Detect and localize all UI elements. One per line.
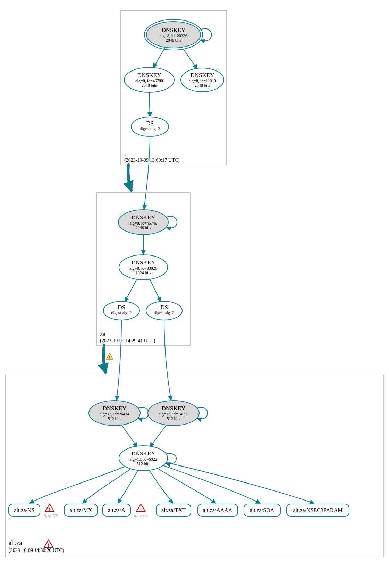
error-icon: ! <box>136 504 145 512</box>
svg-text:alg=8, id=20326: alg=8, id=20326 <box>160 33 187 38</box>
node-root-ds[interactable]: DS digest alg=2 <box>131 117 169 136</box>
svg-text:DNSKEY: DNSKEY <box>162 405 186 412</box>
edge <box>121 425 137 447</box>
svg-text:DNSKEY: DNSKEY <box>137 72 161 78</box>
svg-text:alg=13, id=14555: alg=13, id=14555 <box>159 412 188 417</box>
zone-timestamp: (2023-10-09 14:29:41 UTC) <box>100 338 155 344</box>
svg-text:alt.za/MX: alt.za/MX <box>70 507 92 513</box>
zone-timestamp: (2023-10-09 14:30:20 UTC) <box>9 548 64 553</box>
node-za-ds1[interactable]: DS digest alg=2 <box>103 301 139 320</box>
svg-text:!: ! <box>109 355 110 360</box>
svg-text:alt.za/AAAA: alt.za/AAAA <box>203 507 232 513</box>
record-mx[interactable]: alt.za/MX <box>64 504 98 516</box>
record-soa[interactable]: alt.za/SOA <box>244 504 280 516</box>
zone-name: . <box>124 150 126 157</box>
node-za-ksk[interactable]: DNSKEY alg=8, id=45749 2048 bits <box>118 210 168 235</box>
edge <box>144 136 150 209</box>
svg-text:DNSKEY: DNSKEY <box>132 450 155 457</box>
edge <box>150 425 167 447</box>
svg-text:alg=13, id=6022: alg=13, id=6022 <box>129 457 157 462</box>
node-root-zsk1[interactable]: DNSKEY alg=8, id=46780 2048 bits <box>124 67 174 92</box>
svg-text:2048 bits: 2048 bits <box>136 225 151 230</box>
svg-text:!: ! <box>49 507 50 512</box>
svg-text:alt.za/NSEC3PARAM: alt.za/NSEC3PARAM <box>293 507 343 513</box>
delegation-edge <box>103 345 105 372</box>
svg-text:!: ! <box>140 507 142 512</box>
record-nsec3param[interactable]: alt.za/NSEC3PARAM <box>287 504 349 516</box>
svg-text:2048 bits: 2048 bits <box>195 83 210 88</box>
svg-text:2048 bits: 2048 bits <box>142 83 157 88</box>
svg-text:alg=8, id=46780: alg=8, id=46780 <box>135 78 163 83</box>
svg-text:alg=8, id=45749: alg=8, id=45749 <box>129 221 157 226</box>
svg-text:DS: DS <box>118 304 125 311</box>
edge <box>149 92 150 117</box>
svg-text:alt.za/NS: alt.za/NS <box>14 507 34 513</box>
svg-text:alg=13, id=26414: alg=13, id=26414 <box>100 412 129 417</box>
error-icon: ! <box>45 504 54 512</box>
edge <box>150 279 161 302</box>
record-a-error: ! alt.za/A <box>134 504 148 518</box>
svg-text:alt.za/A: alt.za/A <box>134 513 148 518</box>
delegation-edge <box>128 165 131 190</box>
svg-text:digest alg=2: digest alg=2 <box>139 126 160 131</box>
record-ns-error: ! alt.za/NS <box>41 504 58 518</box>
svg-text:alt.za/NS: alt.za/NS <box>41 513 58 518</box>
svg-text:digest alg=2: digest alg=2 <box>154 310 174 315</box>
svg-text:512 bits: 512 bits <box>137 461 150 466</box>
record-aaaa[interactable]: alt.za/AAAA <box>198 504 238 516</box>
warning-icon: ! <box>106 353 113 360</box>
zone-box-altza <box>5 375 383 557</box>
zone-timestamp: (2023-10-09 13:09:17 UTC) <box>124 158 180 163</box>
svg-text:512 bits: 512 bits <box>167 416 180 421</box>
svg-text:DNSKEY: DNSKEY <box>132 259 155 266</box>
svg-text:2048 bits: 2048 bits <box>166 38 181 43</box>
zone-name: za <box>100 330 105 337</box>
edge <box>166 462 314 503</box>
svg-text:DNSKEY: DNSKEY <box>103 405 127 412</box>
svg-text:alg=8, id=33826: alg=8, id=33826 <box>129 266 157 271</box>
edge <box>163 465 260 503</box>
svg-text:1024 bits: 1024 bits <box>136 270 151 275</box>
svg-text:alt.za/A: alt.za/A <box>108 507 126 513</box>
record-txt[interactable]: alt.za/TXT <box>156 504 191 516</box>
record-a[interactable]: alt.za/A <box>103 504 130 516</box>
node-za-ds2[interactable]: DS digest alg=2 <box>146 301 182 320</box>
svg-text:512 bits: 512 bits <box>108 416 121 421</box>
svg-text:DS: DS <box>146 120 154 127</box>
edge <box>153 48 165 68</box>
svg-text:alt.za/SOA: alt.za/SOA <box>250 507 274 513</box>
svg-text:DS: DS <box>160 304 168 311</box>
node-altza-ksk2[interactable]: DNSKEY alg=13, id=14555 512 bits <box>148 401 199 426</box>
svg-text:DNSKEY: DNSKEY <box>132 214 155 221</box>
svg-text:!: ! <box>48 543 49 548</box>
node-root-zsk2[interactable]: DNSKEY alg=8, id=11019 2048 bits <box>181 68 224 92</box>
node-altza-zsk[interactable]: DNSKEY alg=13, id=6022 512 bits <box>119 446 168 471</box>
svg-text:alt.za/TXT: alt.za/TXT <box>161 507 186 513</box>
svg-text:DNSKEY: DNSKEY <box>191 72 214 78</box>
zone-name: alt.za <box>9 539 22 546</box>
node-root-ksk[interactable]: DNSKEY alg=8, id=20326 2048 bits <box>144 19 203 50</box>
dnssec-diagram: . (2023-10-09 13:09:17 UTC) DNSKEY alg=8… <box>0 0 389 588</box>
record-ns[interactable]: alt.za/NS <box>9 504 40 516</box>
node-za-zsk[interactable]: DNSKEY alg=8, id=33826 1024 bits <box>119 255 168 280</box>
edge <box>164 320 171 400</box>
svg-text:alg=8, id=11019: alg=8, id=11019 <box>188 78 216 83</box>
edge <box>118 470 138 503</box>
svg-text:DNSKEY: DNSKEY <box>162 27 186 33</box>
edge <box>29 467 125 503</box>
edge <box>183 49 197 69</box>
edge <box>117 320 121 400</box>
error-icon: ! <box>44 540 53 548</box>
node-altza-ksk1[interactable]: DNSKEY alg=13, id=26414 512 bits <box>89 401 140 426</box>
edge-selfloop <box>201 29 212 41</box>
edge <box>125 279 137 302</box>
svg-text:digest alg=2: digest alg=2 <box>111 310 132 315</box>
edge <box>149 470 173 503</box>
